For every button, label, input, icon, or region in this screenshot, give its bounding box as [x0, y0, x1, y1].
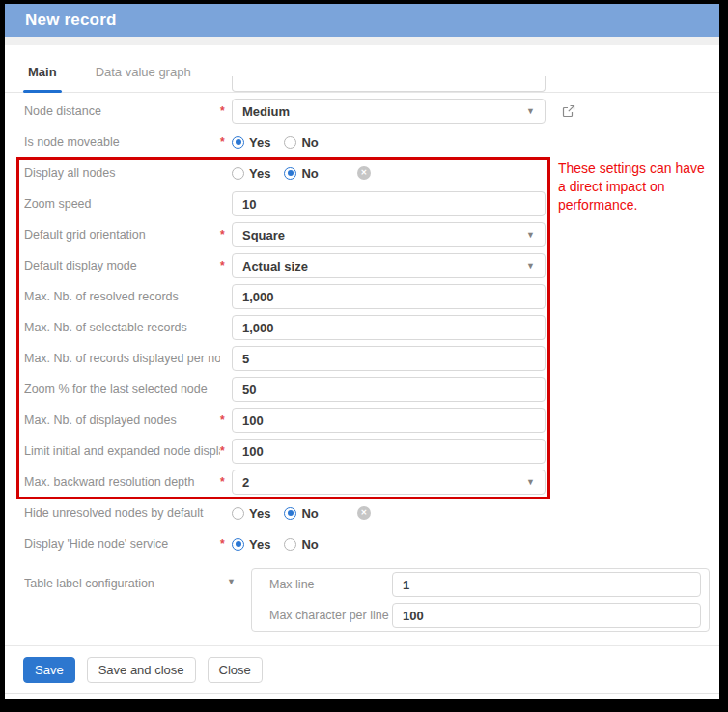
zoom-speed-label: Zoom speed	[24, 197, 220, 211]
max-records-per-node-label: Max. Nb. of records displayed per node	[24, 352, 220, 365]
save-button[interactable]: Save	[23, 657, 75, 683]
field-row-is-node-moveable: Is node moveable * Yes No	[5, 127, 719, 157]
radio-no[interactable]	[284, 538, 296, 551]
max-records-per-node-input[interactable]	[232, 346, 546, 371]
collapse-icon[interactable]: ▼	[220, 577, 239, 586]
radio-yes-label: Yes	[249, 537, 270, 552]
chevron-down-icon: ▼	[526, 478, 535, 487]
zoom-last-selected-input[interactable]	[232, 377, 546, 402]
screenshot-frame: New record Main Data value graph Node di…	[0, 0, 728, 712]
required-marker: *	[220, 475, 232, 489]
field-row-limit-node-display: Limit initial and expanded node display …	[5, 436, 719, 467]
max-selectable-records-input[interactable]	[232, 315, 546, 340]
limit-node-display-input[interactable]	[232, 439, 546, 464]
annotation-text: These settings can have a direct impact …	[558, 159, 713, 214]
radio-no-label: No	[301, 537, 318, 552]
max-line-input[interactable]	[392, 572, 701, 597]
hide-unresolved-label: Hide unresolved nodes by default	[24, 506, 220, 520]
radio-yes[interactable]	[232, 538, 244, 551]
field-row-default-display-mode: Default display mode * Actual size ▼	[5, 250, 719, 281]
node-distance-value: Medium	[242, 104, 290, 119]
field-row-max-selectable-records: Max. Nb. of selectable records	[5, 312, 719, 343]
radio-no-label: No	[301, 135, 318, 150]
table-label-config-panel: Max line Max character per line	[251, 568, 710, 632]
field-row-hide-unresolved: Hide unresolved nodes by default Yes No …	[5, 498, 719, 528]
chevron-down-icon: ▼	[526, 107, 535, 116]
radio-no-label: No	[301, 166, 318, 181]
max-backward-depth-label: Max. backward resolution depth	[24, 475, 220, 489]
required-marker: *	[220, 104, 232, 118]
clear-icon[interactable]: ✕	[357, 166, 371, 180]
max-backward-depth-value: 2	[242, 475, 249, 490]
max-char-per-line-input[interactable]	[392, 603, 701, 628]
default-grid-orientation-label: Default grid orientation	[24, 228, 220, 242]
dialog-titlebar: New record	[5, 4, 719, 37]
clear-icon[interactable]: ✕	[357, 506, 371, 520]
required-marker: *	[220, 259, 232, 272]
required-marker: *	[220, 444, 232, 458]
max-line-label: Max line	[269, 578, 392, 591]
radio-yes[interactable]	[232, 507, 244, 520]
tab-data-value-graph-label: Data value graph	[96, 65, 191, 79]
radio-no[interactable]	[284, 507, 296, 520]
field-row-max-resolved-records: Max. Nb. of resolved records	[5, 281, 719, 312]
default-grid-orientation-value: Square	[242, 228, 285, 242]
dialog-title: New record	[25, 11, 117, 30]
field-row-max-records-per-node: Max. Nb. of records displayed per node	[5, 343, 719, 374]
max-resolved-records-label: Max. Nb. of resolved records	[24, 290, 220, 303]
footer-actions: Save Save and close Close	[5, 645, 719, 694]
field-row-max-displayed-nodes: Max. Nb. of displayed nodes *	[5, 405, 719, 436]
default-display-mode-label: Default display mode	[24, 259, 220, 272]
default-display-mode-value: Actual size	[242, 259, 308, 273]
hide-unresolved-radios: Yes No ✕	[232, 506, 371, 521]
zoom-last-selected-label: Zoom % for the last selected node	[24, 383, 220, 396]
radio-yes[interactable]	[232, 136, 244, 149]
tab-main-label: Main	[28, 65, 57, 79]
field-row-default-grid-orientation: Default grid orientation * Square ▼	[5, 219, 719, 250]
display-hide-node-label: Display 'Hide node' service	[24, 537, 220, 551]
field-row-max-backward-depth: Max. backward resolution depth * 2 ▼	[5, 467, 719, 498]
table-label-config-label: Table label configuration	[24, 577, 220, 590]
display-hide-node-radios: Yes No	[232, 537, 332, 552]
field-row-zoom-last-selected: Zoom % for the last selected node	[5, 374, 719, 405]
field-row-node-distance: Node distance * Medium ▼	[5, 96, 719, 127]
default-display-mode-select[interactable]: Actual size ▼	[232, 253, 546, 278]
radio-no[interactable]	[284, 136, 296, 149]
radio-yes-label: Yes	[249, 166, 270, 181]
scrolled-field-partial[interactable]	[232, 76, 546, 92]
save-and-close-button[interactable]: Save and close	[87, 657, 196, 683]
field-group-table-label-config: Table label configuration ▼ Max line Max…	[5, 568, 719, 632]
chevron-down-icon: ▼	[526, 262, 535, 271]
open-record-icon[interactable]	[562, 104, 575, 118]
field-row-max-line: Max line	[269, 572, 701, 597]
zoom-speed-input[interactable]	[232, 191, 546, 216]
max-backward-depth-select[interactable]: 2 ▼	[232, 470, 546, 495]
node-distance-select[interactable]: Medium ▼	[232, 99, 546, 124]
is-node-moveable-label: Is node moveable	[24, 135, 220, 149]
radio-no-label: No	[301, 506, 318, 521]
display-all-nodes-label: Display all nodes	[24, 166, 220, 180]
radio-yes-label: Yes	[249, 135, 270, 150]
radio-yes-label: Yes	[249, 506, 270, 521]
limit-node-display-label: Limit initial and expanded node display	[24, 444, 220, 458]
required-marker: *	[220, 413, 232, 427]
new-record-dialog: New record Main Data value graph Node di…	[5, 4, 719, 699]
default-grid-orientation-select[interactable]: Square ▼	[232, 222, 546, 247]
radio-yes[interactable]	[232, 167, 244, 180]
radio-no[interactable]	[284, 167, 296, 180]
required-marker: *	[220, 537, 232, 551]
max-displayed-nodes-input[interactable]	[232, 408, 546, 433]
max-selectable-records-label: Max. Nb. of selectable records	[24, 321, 220, 334]
is-node-moveable-radios: Yes No	[232, 135, 332, 150]
tab-main[interactable]: Main	[23, 52, 62, 92]
required-marker: *	[220, 135, 232, 149]
node-distance-label: Node distance	[24, 104, 220, 118]
close-button[interactable]: Close	[208, 657, 263, 683]
max-char-per-line-label: Max character per line	[269, 609, 392, 622]
field-row-display-hide-node: Display 'Hide node' service * Yes No	[5, 528, 719, 559]
max-resolved-records-input[interactable]	[232, 284, 546, 309]
tab-data-value-graph[interactable]: Data value graph	[91, 52, 196, 92]
chevron-down-icon: ▼	[526, 231, 535, 240]
max-displayed-nodes-label: Max. Nb. of displayed nodes	[24, 413, 220, 427]
field-row-max-char-per-line: Max character per line	[269, 603, 701, 628]
